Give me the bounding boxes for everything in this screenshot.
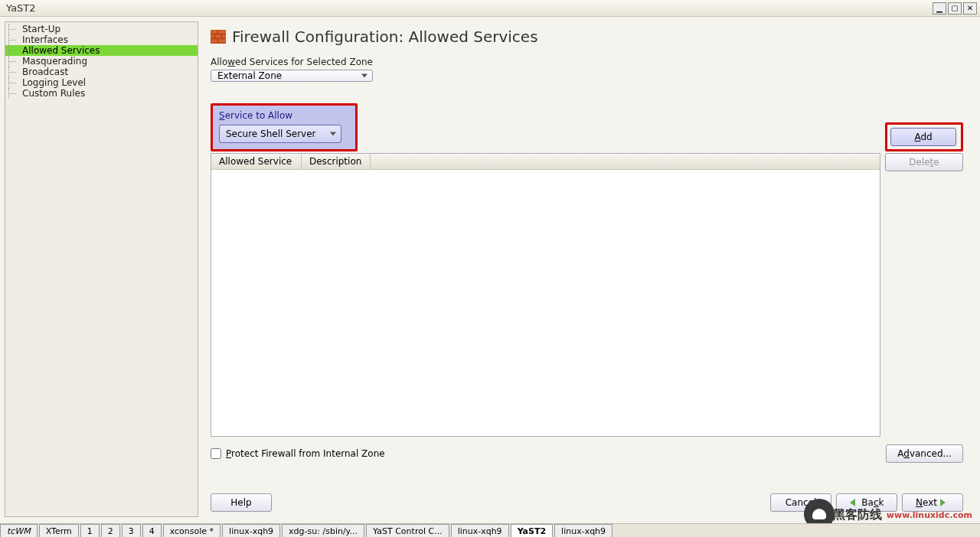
watermark-text: 黑客防线 www.linuxidc.com <box>833 507 972 523</box>
col-allowed-service[interactable]: Allowed Service <box>211 154 302 169</box>
main-content: Firewall Configuration: Allowed Services… <box>204 21 975 517</box>
taskbar-desktop-1[interactable]: 1 <box>80 524 100 537</box>
taskbar-item[interactable]: XTerm <box>39 524 79 537</box>
service-select-value: Secure Shell Server <box>226 129 316 139</box>
arrow-left-icon <box>850 499 859 506</box>
taskbar-item[interactable]: xdg-su: /sbin/y... <box>282 524 364 537</box>
taskbar-item[interactable]: linux-xqh9 <box>451 524 509 537</box>
svg-rect-4 <box>215 34 221 38</box>
zone-select[interactable]: External Zone <box>211 70 373 82</box>
chevron-down-icon <box>330 132 336 136</box>
sidebar-item-custom-rules[interactable]: Custom Rules <box>5 88 198 99</box>
advanced-button[interactable]: Advanced... <box>886 444 963 463</box>
add-highlight: Add <box>885 122 963 151</box>
service-label: Service to Allow <box>219 110 349 121</box>
svg-rect-7 <box>218 39 226 43</box>
service-select[interactable]: Secure Shell Server <box>219 125 341 143</box>
taskbar-item-active[interactable]: YaST2 <box>511 524 553 537</box>
taskbar-desktop-4[interactable]: 4 <box>142 524 162 537</box>
zone-select-value: External Zone <box>217 70 282 81</box>
help-button[interactable]: Help <box>211 493 272 512</box>
page-title: Firewall Configuration: Allowed Services <box>232 28 538 46</box>
add-button[interactable]: Add <box>890 128 956 146</box>
taskbar-desktop-3[interactable]: 3 <box>122 524 141 537</box>
protect-checkbox[interactable] <box>211 448 221 459</box>
protect-label: Protect Firewall from Internal Zone <box>226 448 385 459</box>
close-button[interactable]: ✕ <box>963 2 977 15</box>
taskbar-item[interactable]: linux-xqh9 <box>222 524 280 537</box>
firewall-icon <box>211 30 226 44</box>
chevron-down-icon <box>361 74 368 78</box>
allowed-services-table[interactable]: Allowed Service Description <box>211 153 880 437</box>
table-body <box>211 170 880 436</box>
arrow-right-icon <box>940 499 949 506</box>
taskbar-menu[interactable]: tcWM <box>0 524 38 537</box>
taskbar-desktop-2[interactable]: 2 <box>101 524 120 537</box>
service-to-allow-group: Service to Allow Secure Shell Server <box>211 103 358 151</box>
svg-rect-6 <box>211 39 217 43</box>
taskbar-item[interactable]: linux-xqh9 <box>554 524 612 537</box>
table-header: Allowed Service Description <box>211 154 880 170</box>
delete-button[interactable]: Delete <box>885 153 963 171</box>
sidebar-item-startup[interactable]: Start-Up <box>5 24 198 34</box>
svg-rect-1 <box>211 30 217 34</box>
svg-rect-5 <box>222 34 226 38</box>
window-title: YaST2 <box>3 2 36 14</box>
taskbar: tcWM XTerm 1 2 3 4 xconsole * linux-xqh9… <box>0 523 980 537</box>
taskbar-item[interactable]: YaST Control C... <box>366 524 449 537</box>
sidebar-item-logging-level[interactable]: Logging Level <box>5 77 198 88</box>
svg-rect-3 <box>211 34 214 38</box>
sidebar-item-masquerading[interactable]: Masquerading <box>5 56 198 67</box>
col-description[interactable]: Description <box>302 154 371 169</box>
minimize-button[interactable]: ▁ <box>933 2 946 15</box>
maximize-button[interactable]: ▢ <box>948 2 962 15</box>
sidebar-item-broadcast[interactable]: Broadcast <box>5 67 198 77</box>
sidebar-nav: Start-Up Interfaces Allowed Services Mas… <box>5 21 198 517</box>
zone-label: Allowed Services for Selected Zone <box>211 57 963 67</box>
titlebar: YaST2 ▁ ▢ ✕ <box>0 0 980 17</box>
taskbar-item[interactable]: xconsole * <box>163 524 220 537</box>
svg-rect-2 <box>218 30 226 34</box>
sidebar-item-allowed-services[interactable]: Allowed Services <box>5 45 198 56</box>
sidebar-item-interfaces[interactable]: Interfaces <box>5 34 198 45</box>
